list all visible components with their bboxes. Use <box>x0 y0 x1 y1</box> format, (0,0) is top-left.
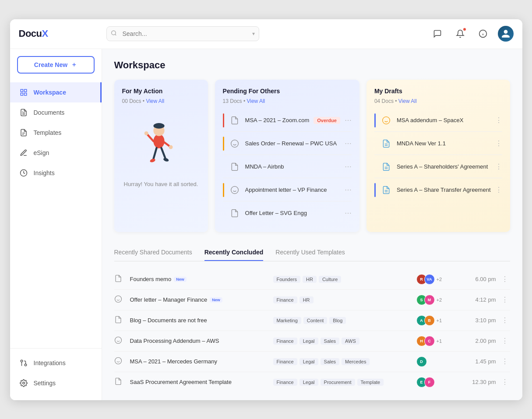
tag: Finance <box>273 379 297 386</box>
list-item: MSA – 2021 – Zoom.com Overdue ⋯ <box>223 109 352 132</box>
card-empty-state: Hurray! You have it all sorted. <box>122 109 200 197</box>
row-more-icon[interactable]: ⋮ <box>501 378 510 386</box>
row-more-icon[interactable]: ⋮ <box>501 357 510 366</box>
notification-button[interactable] <box>452 26 468 42</box>
sidebar-item-label: eSign <box>34 149 49 156</box>
more-options-icon[interactable]: ⋮ <box>495 186 502 194</box>
sidebar-item-label: Documents <box>34 109 65 116</box>
tag: Mercedes <box>342 358 370 365</box>
row-icon <box>114 316 125 325</box>
sidebar-item-workspace[interactable]: Workspace <box>10 82 102 102</box>
draft-bar-none <box>374 160 376 174</box>
view-all-link[interactable]: View All <box>146 98 164 104</box>
user-avatar[interactable] <box>498 26 514 42</box>
search-bar[interactable]: ▾ <box>106 26 259 41</box>
table-row: Founders memo New Founders HR Culture R … <box>114 269 510 290</box>
list-item: MNDA New Ver 1.1 ⋮ <box>374 133 502 155</box>
doc-name: MNDA – Airbnb <box>245 163 340 170</box>
templates-icon <box>19 128 28 137</box>
card-header: For My Action <box>122 88 200 95</box>
more-options-icon[interactable]: ⋮ <box>495 116 502 124</box>
row-more-icon[interactable]: ⋮ <box>501 316 510 324</box>
workspace-icon <box>19 88 28 97</box>
svg-point-16 <box>22 382 25 384</box>
row-time: 2.00 pm <box>465 338 496 344</box>
svg-point-13 <box>25 364 27 366</box>
plus-icon: ＋ <box>71 61 77 69</box>
row-more-icon[interactable]: ⋮ <box>501 275 510 283</box>
for-my-action-card: For My Action 00 Docs • View All <box>114 80 208 232</box>
tag: Legal <box>299 379 318 386</box>
svg-point-14 <box>21 360 23 362</box>
documents-table: Founders memo New Founders HR Culture R … <box>114 269 510 392</box>
sidebar: Create New ＋ Workspace <box>10 49 102 400</box>
tag: AWS <box>342 338 359 345</box>
sidebar-item-documents[interactable]: Documents <box>10 102 102 123</box>
svg-rect-4 <box>21 89 23 92</box>
sidebar-item-esign[interactable]: eSign <box>10 143 102 163</box>
doc-name: Series A – Shareholders' Agreement <box>397 163 491 170</box>
row-avatars: R VA +2 <box>416 274 460 285</box>
card-count: 00 Docs • View All <box>122 98 200 104</box>
svg-point-46 <box>115 337 121 343</box>
row-time: 4:12 pm <box>465 296 496 303</box>
tag: Culture <box>319 276 341 283</box>
row-more-icon[interactable]: ⋮ <box>501 337 510 345</box>
card-count: 13 Docs • View All <box>223 98 352 104</box>
list-item: Appointment letter – VP Finance ⋯ <box>223 179 352 201</box>
list-item: MSA addendum – SpaceX ⋮ <box>374 109 502 132</box>
more-options-icon[interactable]: ⋯ <box>345 116 352 124</box>
documents-icon <box>19 108 28 117</box>
sidebar-item-integrations[interactable]: Integrations <box>10 353 102 373</box>
svg-point-34 <box>383 116 390 124</box>
more-options-icon[interactable]: ⋯ <box>345 209 352 217</box>
empty-illustration <box>139 119 183 176</box>
row-more-icon[interactable]: ⋮ <box>501 296 510 304</box>
more-options-icon[interactable]: ⋯ <box>345 139 352 148</box>
row-name: Founders memo New <box>130 276 268 282</box>
tab-recently-shared[interactable]: Recently Shared Documents <box>114 244 192 261</box>
tag: Sales <box>321 338 340 345</box>
doc-icon <box>229 114 241 127</box>
doc-name: Appointment letter – VP Finance <box>245 187 340 193</box>
tab-recently-used-templates[interactable]: Recently Used Templates <box>275 244 345 261</box>
row-time: 3:10 pm <box>465 317 496 324</box>
create-new-button[interactable]: Create New ＋ <box>17 56 95 74</box>
doc-icon <box>380 161 392 173</box>
avatar: D <box>416 356 427 367</box>
view-all-link[interactable]: View All <box>247 98 265 104</box>
svg-point-21 <box>144 131 148 135</box>
table-row: Data Processing Addendum – AWS Finance L… <box>114 331 510 352</box>
view-all-link[interactable]: View All <box>398 98 417 104</box>
more-options-icon[interactable]: ⋯ <box>345 162 352 171</box>
sidebar-item-label: Settings <box>34 380 56 387</box>
more-options-icon[interactable]: ⋯ <box>345 186 352 194</box>
more-options-icon[interactable]: ⋮ <box>495 162 502 171</box>
svg-point-23 <box>169 145 173 149</box>
row-icon <box>114 336 125 346</box>
logo: DocuX <box>19 28 98 39</box>
tag: Procurement <box>321 379 355 386</box>
more-options-icon[interactable]: ⋮ <box>495 139 502 148</box>
list-item: MNDA – Airbnb ⋯ <box>223 156 352 178</box>
sidebar-item-settings[interactable]: Settings <box>10 373 102 393</box>
my-drafts-card: My Drafts 04 Docs • View All <box>366 80 510 232</box>
chat-icon <box>433 29 442 38</box>
sidebar-item-insights[interactable]: Insights <box>10 163 102 183</box>
chat-button[interactable] <box>430 26 445 42</box>
row-avatars: D <box>416 356 460 367</box>
doc-icon <box>229 207 241 219</box>
row-name: Blog – Documents are not free <box>130 317 268 324</box>
doc-name: MSA – 2021 – Zoom.com <box>245 117 310 123</box>
avatar-count: +2 <box>437 297 442 303</box>
search-dropdown-icon[interactable]: ▾ <box>252 31 255 37</box>
avatar: C <box>424 336 435 346</box>
search-input[interactable] <box>106 26 259 41</box>
tag: Content <box>303 317 328 324</box>
sidebar-item-templates[interactable]: Templates <box>10 123 102 143</box>
create-new-label: Create New <box>34 61 67 68</box>
tab-recently-concluded[interactable]: Recently Concluded <box>204 244 264 261</box>
avatar-count: +1 <box>437 338 442 344</box>
info-button[interactable] <box>475 26 491 42</box>
tag: Finance <box>273 296 297 303</box>
